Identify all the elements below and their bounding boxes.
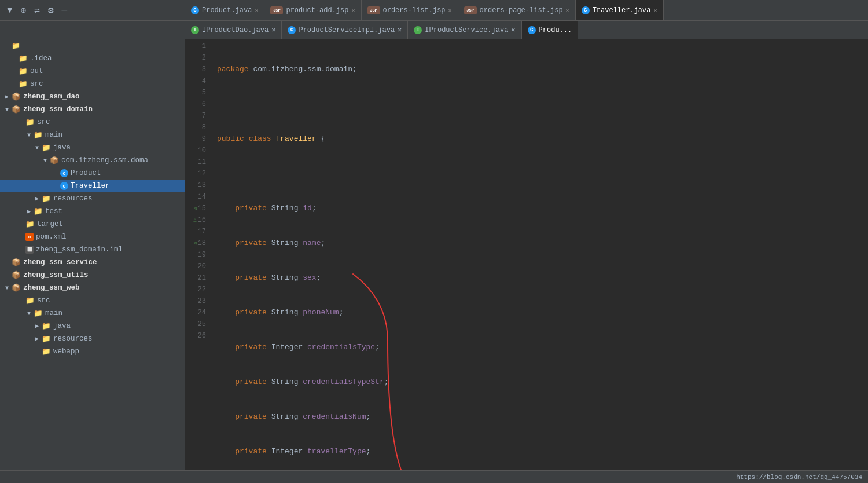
tab-product-add-jsp[interactable]: JSP product-add.jsp ✕ bbox=[264, 0, 361, 20]
tab-close-btn[interactable]: ✕ bbox=[653, 7, 657, 14]
folder-icon: 📁 bbox=[19, 67, 28, 76]
tree-item-label: resources bbox=[53, 335, 93, 343]
tree-item-label: target bbox=[37, 220, 63, 228]
tab-close-btn[interactable]: ✕ bbox=[448, 7, 452, 14]
tree-web-main[interactable]: ▼ 📁 main bbox=[0, 307, 185, 320]
tree-dao-module[interactable]: ▶ 📦 zheng_ssm_dao bbox=[0, 90, 185, 103]
tree-item-label: resources bbox=[53, 195, 93, 203]
minimize-icon[interactable]: — bbox=[60, 4, 70, 17]
tree-idea[interactable]: 📁 .idea bbox=[0, 52, 185, 65]
tree-item-label: zheng_ssm_domain.iml bbox=[36, 246, 123, 254]
line-numbers: 1 2 3 4 5 6 7 8 9 10 11 12 13 14 ◁15 △16… bbox=[185, 39, 211, 470]
tree-product-class[interactable]: C Product bbox=[0, 167, 185, 180]
tab-label: Product.java bbox=[202, 6, 252, 14]
tab-close-btn[interactable]: ✕ bbox=[255, 7, 258, 14]
tree-traveller-class[interactable]: C Traveller bbox=[0, 180, 185, 192]
tab-close-btn[interactable]: ✕ bbox=[511, 25, 515, 34]
tree-service-module[interactable]: 📦 zheng_ssm_service bbox=[0, 256, 185, 269]
tab-orders-page-list-jsp[interactable]: JSP orders-page-list.jsp ✕ bbox=[458, 0, 576, 20]
folder-icon: 📁 bbox=[25, 296, 35, 305]
tree-item-label: zheng_ssm_domain bbox=[23, 105, 93, 114]
tab-iproductservice[interactable]: I IProductService.java ✕ bbox=[408, 21, 521, 39]
tab-produ[interactable]: C Produ... bbox=[522, 21, 579, 39]
tree-item-label: Traveller bbox=[71, 182, 110, 190]
code-line-7: private String sex; bbox=[217, 272, 868, 284]
tree-pom-xml[interactable]: m pom.xml bbox=[0, 230, 185, 243]
status-url: https://blog.csdn.net/qq_44757034 bbox=[736, 474, 862, 481]
tab-product-java[interactable]: C Product.java ✕ bbox=[185, 0, 264, 20]
tree-package[interactable]: ▼ 📦 com.itzheng.ssm.doma bbox=[0, 154, 185, 167]
line-num: 24 bbox=[185, 307, 206, 319]
add-tab-icon[interactable]: ⊕ bbox=[19, 3, 29, 17]
tree-web-src[interactable]: 📁 src bbox=[0, 294, 185, 307]
tab-label: IProductService.java bbox=[425, 26, 508, 34]
tab-close-btn[interactable]: ✕ bbox=[351, 7, 355, 14]
tab-label: IProductDao.java bbox=[202, 26, 269, 34]
tree-java[interactable]: ▼ 📁 java bbox=[0, 141, 185, 154]
code-line-2 bbox=[217, 98, 868, 110]
line-num: 20 bbox=[185, 261, 206, 272]
tree-webapp[interactable]: 📁 webapp bbox=[0, 345, 185, 358]
tree-out[interactable]: 📁 out bbox=[0, 65, 185, 78]
module-icon: 📦 bbox=[12, 270, 21, 280]
tree-item-label: pom.xml bbox=[36, 233, 67, 241]
tab-label: ProductServiceImpl.java bbox=[299, 26, 395, 34]
tree-item-label: main bbox=[45, 309, 62, 317]
tab-label: orders-list.jsp bbox=[383, 6, 446, 14]
tree-domain-src[interactable]: 📁 src bbox=[0, 116, 185, 129]
tree-main[interactable]: ▼ 📁 main bbox=[0, 129, 185, 141]
code-lines: package com.itzheng.ssm.domain; public c… bbox=[211, 39, 868, 470]
tree-project-root[interactable]: 📁 bbox=[0, 39, 185, 52]
tree-web-java[interactable]: ▶ 📁 java bbox=[0, 320, 185, 332]
tab-bar-row2: I IProductDao.java ✕ C ProductServiceImp… bbox=[0, 21, 868, 39]
tree-item-label: zheng_ssm_service bbox=[23, 258, 97, 266]
line-num: △16 bbox=[185, 214, 206, 226]
tree-domain-module[interactable]: ▼ 📦 zheng_ssm_domain bbox=[0, 103, 185, 116]
tab-close-btn[interactable]: ✕ bbox=[566, 7, 569, 14]
tab-productserviceimpl[interactable]: C ProductServiceImpl.java ✕ bbox=[282, 21, 408, 39]
code-line-3: public class Traveller { bbox=[217, 133, 868, 145]
tree-web-module[interactable]: ▼ 📦 zheng_ssm_web bbox=[0, 281, 185, 294]
file-tree-sidebar[interactable]: 📁 📁 .idea 📁 out 📁 src ▶ 📦 zheng_ssm_dao bbox=[0, 39, 185, 470]
line-num: 13 bbox=[185, 180, 206, 191]
expand-arrow: ▶ bbox=[32, 323, 42, 330]
xml-icon: m bbox=[25, 233, 34, 241]
tree-src[interactable]: 📁 src bbox=[0, 78, 185, 90]
tree-target[interactable]: 📁 target bbox=[0, 218, 185, 230]
tree-test[interactable]: ▶ 📁 test bbox=[0, 205, 185, 218]
expand-arrow: ▶ bbox=[2, 93, 12, 100]
tree-iml[interactable]: ⬜ zheng_ssm_domain.iml bbox=[0, 243, 185, 256]
line-num: 26 bbox=[185, 330, 206, 342]
line-num: 7 bbox=[185, 110, 206, 122]
tab-close-btn[interactable]: ✕ bbox=[398, 25, 402, 34]
line-num: 19 bbox=[185, 249, 206, 261]
line-num: 9 bbox=[185, 133, 206, 145]
code-line-5: private String id; bbox=[217, 203, 868, 214]
code-line-8: private String phoneNum; bbox=[217, 307, 868, 319]
line-num: 6 bbox=[185, 98, 206, 110]
tree-item-label: java bbox=[53, 144, 71, 152]
tree-resources[interactable]: ▶ 📁 resources bbox=[0, 192, 185, 205]
code-editor[interactable]: 1 2 3 4 5 6 7 8 9 10 11 12 13 14 ◁15 △16… bbox=[185, 39, 868, 470]
tree-item-label: com.itzheng.ssm.doma bbox=[61, 156, 148, 164]
tab-close-btn[interactable]: ✕ bbox=[271, 25, 275, 34]
line-num: 8 bbox=[185, 122, 206, 133]
line-num: 12 bbox=[185, 168, 206, 180]
code-container: 1 2 3 4 5 6 7 8 9 10 11 12 13 14 ◁15 △16… bbox=[185, 39, 868, 470]
jsp-icon: JSP bbox=[367, 6, 380, 14]
line-num: 22 bbox=[185, 284, 206, 295]
tab-orders-list-jsp[interactable]: JSP orders-list.jsp ✕ bbox=[362, 0, 458, 20]
split-icon[interactable]: ⇌ bbox=[32, 3, 42, 17]
line-num: ◁15 bbox=[185, 203, 206, 214]
folder-icon: 📁 bbox=[42, 321, 51, 331]
folder-icon: 📁 bbox=[19, 79, 28, 89]
tree-web-resources[interactable]: ▶ 📁 resources bbox=[0, 332, 185, 345]
folder-icon: 📁 bbox=[25, 118, 35, 127]
dropdown-icon[interactable]: ▼ bbox=[5, 4, 15, 17]
settings-icon[interactable]: ⚙ bbox=[46, 3, 56, 17]
tree-utils-module[interactable]: 📦 zheng_ssm_utils bbox=[0, 269, 185, 281]
tab-iproductdao[interactable]: I IProductDao.java ✕ bbox=[185, 21, 282, 39]
tab-traveller-java[interactable]: C Traveller.java ✕ bbox=[576, 0, 664, 20]
tab-label: Produ... bbox=[539, 26, 572, 34]
folder-icon: 📁 bbox=[34, 130, 43, 140]
